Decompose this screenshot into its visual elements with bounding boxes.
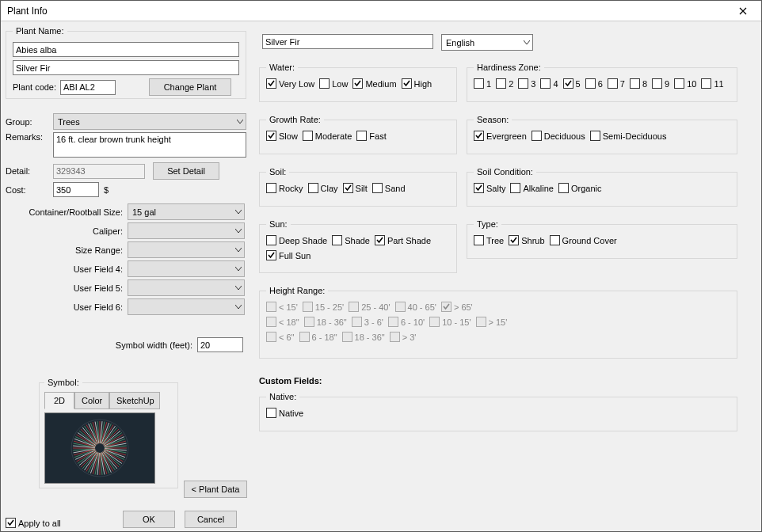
checkbox-option[interactable]: 18 - 36" — [304, 317, 347, 327]
checkbox-label: Ground Cover — [562, 236, 617, 245]
symbol-width-input[interactable] — [197, 337, 243, 352]
checkbox-option[interactable]: Medium — [352, 78, 396, 89]
plant-code-input[interactable] — [60, 80, 116, 95]
checkbox-label: High — [414, 79, 432, 89]
checkbox-icon — [510, 183, 520, 193]
display-name-input[interactable] — [262, 34, 433, 49]
native-checkbox[interactable]: Native — [266, 408, 303, 418]
checkbox-option[interactable]: 5 — [563, 78, 581, 89]
common-name-input[interactable] — [13, 60, 239, 75]
checkbox-option[interactable]: Ground Cover — [550, 235, 617, 245]
group-select[interactable]: Trees — [53, 113, 246, 130]
checkbox-option[interactable]: 8 — [630, 78, 647, 89]
checkbox-option[interactable]: Deep Shade — [266, 235, 327, 245]
checkbox-label: > 65' — [454, 302, 473, 312]
checkbox-option[interactable]: 1 — [474, 78, 491, 89]
checkbox-icon — [308, 183, 318, 193]
ok-button[interactable]: OK — [123, 511, 175, 528]
checkbox-option[interactable]: 40 - 65' — [395, 302, 436, 312]
checkbox-option[interactable]: 10 — [674, 78, 696, 89]
checkbox-label: Medium — [365, 79, 396, 89]
caliper-select[interactable] — [128, 222, 245, 239]
language-select[interactable]: English — [441, 34, 533, 51]
size-select[interactable]: 15 gal — [128, 203, 245, 220]
checkbox-option[interactable]: 7 — [608, 78, 625, 89]
checkbox-icon — [372, 183, 383, 193]
checkbox-icon — [352, 317, 362, 327]
checkbox-option[interactable]: Organic — [558, 183, 602, 193]
checkbox-label: Deciduous — [544, 131, 585, 141]
close-button[interactable] — [731, 3, 755, 19]
checkbox-option[interactable]: Part Shade — [375, 235, 431, 245]
checkbox-option[interactable]: 3 — [518, 78, 535, 89]
checkbox-option[interactable]: 2 — [496, 78, 513, 89]
close-icon — [739, 7, 747, 15]
checkbox-option[interactable]: Alkaline — [510, 183, 554, 193]
checkbox-icon — [630, 78, 640, 89]
checkbox-option[interactable]: Tree — [474, 235, 504, 245]
checkbox-option[interactable]: 10 - 15' — [429, 317, 471, 327]
checkbox-option[interactable]: 18 - 36" — [342, 332, 385, 342]
checkbox-option[interactable]: Clay — [308, 183, 338, 193]
plant-info-window: Plant Info Plant Name: Plant code: Chang… — [0, 0, 762, 532]
checkbox-option[interactable]: Sand — [372, 183, 406, 193]
checkbox-option[interactable]: Very Low — [266, 78, 314, 89]
checkbox-option[interactable]: Fast — [356, 131, 386, 141]
checkbox-option[interactable]: Evergreen — [474, 131, 527, 141]
checkbox-label: Low — [332, 79, 348, 89]
checkbox-option[interactable]: < 6" — [266, 332, 295, 342]
checkbox-option[interactable]: Moderate — [303, 131, 352, 141]
checkbox-option[interactable]: 3 - 6' — [352, 317, 383, 327]
checkbox-option[interactable]: Silt — [343, 183, 368, 193]
checkbox-option[interactable]: < 15' — [266, 302, 298, 312]
checkbox-option[interactable]: 6 — [585, 78, 603, 89]
checkbox-icon — [590, 131, 600, 141]
checkbox-option[interactable]: Rocky — [266, 183, 303, 193]
remarks-input[interactable]: 16 ft. clear brown trunk height — [53, 132, 246, 158]
checkbox-icon — [356, 131, 367, 141]
checkbox-icon — [395, 302, 406, 312]
apply-to-all-checkbox[interactable]: Apply to all — [6, 518, 61, 528]
checkbox-option[interactable]: 25 - 40' — [349, 302, 390, 312]
symbol-preview[interactable] — [44, 412, 155, 484]
checkbox-option[interactable]: 4 — [540, 78, 558, 89]
window-title: Plant Info — [7, 6, 48, 17]
checkbox-option[interactable]: Shrub — [509, 235, 544, 245]
checkbox-option[interactable]: > 65' — [441, 302, 473, 312]
checkbox-label: 7 — [620, 79, 625, 89]
uf6-select[interactable] — [128, 298, 245, 315]
checkbox-option[interactable]: Slow — [266, 131, 298, 141]
checkbox-option[interactable]: < 18" — [266, 317, 299, 327]
checkbox-option[interactable]: Salty — [474, 183, 505, 193]
cancel-button[interactable]: Cancel — [185, 511, 237, 528]
checkbox-option[interactable]: High — [402, 78, 432, 89]
checkbox-option[interactable]: > 3' — [390, 332, 417, 342]
latin-name-input[interactable] — [13, 42, 239, 57]
tab-color[interactable]: Color — [74, 392, 109, 409]
checkbox-option[interactable]: Deciduous — [531, 131, 585, 141]
set-detail-button[interactable]: Set Detail — [153, 162, 219, 180]
uf5-select[interactable] — [128, 279, 245, 296]
change-plant-button[interactable]: Change Plant — [149, 78, 231, 96]
checkbox-option[interactable]: 15 - 25' — [303, 302, 344, 312]
checkbox-icon — [266, 317, 276, 327]
checkbox-option[interactable]: Low — [319, 78, 348, 89]
plant-data-button[interactable]: < Plant Data — [184, 481, 247, 498]
uf4-select[interactable] — [128, 260, 245, 277]
tab-2d[interactable]: 2D — [44, 392, 74, 409]
checkbox-option[interactable]: 6 - 10' — [388, 317, 425, 327]
tab-sketchup[interactable]: SketchUp — [109, 392, 160, 409]
svg-line-10 — [103, 451, 119, 467]
uf6-label: User Field 6: — [6, 302, 128, 312]
range-select[interactable] — [128, 241, 245, 258]
checkbox-option[interactable]: > 15' — [476, 317, 508, 327]
cost-input[interactable] — [53, 182, 99, 197]
checkbox-icon — [303, 302, 313, 312]
checkbox-icon — [388, 317, 398, 327]
checkbox-option[interactable]: Full Sun — [266, 250, 311, 260]
checkbox-option[interactable]: 11 — [701, 78, 723, 89]
checkbox-option[interactable]: Shade — [332, 235, 370, 245]
checkbox-option[interactable]: 9 — [652, 78, 669, 89]
checkbox-option[interactable]: 6 - 18" — [299, 332, 337, 342]
checkbox-option[interactable]: Semi-Deciduous — [590, 131, 667, 141]
